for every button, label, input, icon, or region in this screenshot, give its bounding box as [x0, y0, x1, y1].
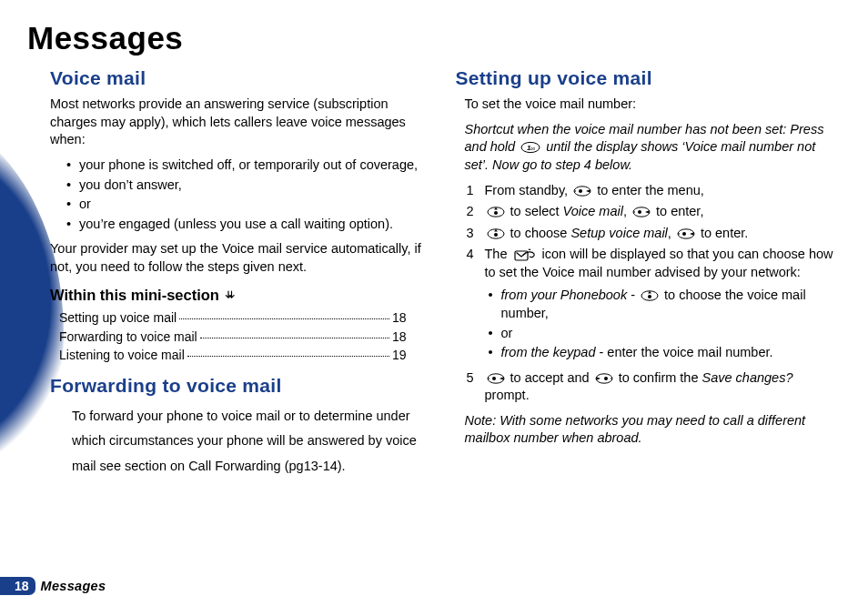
- setup-steps: From standby, to enter the menu, to sele…: [456, 182, 834, 405]
- heading-setup: Setting up voice mail: [456, 66, 834, 91]
- content-columns: Voice mail Most networks provide an answ…: [50, 66, 833, 550]
- step-item: From standby, to enter the menu,: [472, 182, 834, 200]
- nav-up-icon: [641, 290, 659, 301]
- toc-page: 18: [392, 328, 407, 346]
- nav-right-icon: [487, 373, 505, 384]
- toc-label: Setting up voice mail: [59, 309, 177, 327]
- toc-row: Setting up voice mail 18: [59, 309, 429, 327]
- list-item: you’re engaged (unless you use a call wa…: [66, 216, 429, 234]
- list-item: from your Phonebook - to choose the voic…: [489, 287, 834, 322]
- heading-forwarding: Forwarding to voice mail: [50, 373, 429, 399]
- footer-section-label: Messages: [41, 579, 106, 593]
- setup-shortcut: Shortcut when the voice mail number has …: [465, 121, 834, 175]
- key-1-icon: [520, 142, 540, 153]
- setup-note: Note: With some networks you may need to…: [465, 412, 834, 448]
- toc-page: 18: [392, 309, 407, 327]
- toc-page: 19: [392, 347, 407, 364]
- voice-mail-intro: Most networks provide an answering servi…: [50, 96, 429, 149]
- toc-row: Listening to voice mail 19: [59, 347, 429, 364]
- heading-voice-mail: Voice mail: [50, 66, 429, 91]
- list-item: • or: [66, 196, 429, 214]
- page-footer: 18 Messages: [0, 576, 106, 596]
- nav-up-icon: [487, 228, 505, 239]
- list-item: from the keypad - enter the voice mail n…: [489, 344, 834, 362]
- forwarding-body: To forward your phone to voice mail or t…: [72, 404, 429, 480]
- setup-intro: To set the voice mail number:: [465, 96, 834, 114]
- nav-right-icon: [677, 228, 695, 239]
- page-number-badge: 18: [0, 577, 35, 595]
- step-item: to select Voice mail, to enter,: [472, 203, 834, 221]
- mini-section-heading: Within this mini-section: [50, 285, 429, 305]
- list-item: your phone is switched off, or temporari…: [66, 157, 429, 175]
- list-item: you don’t answer,: [66, 177, 429, 195]
- right-column: Setting up voice mail To set the voice m…: [456, 66, 834, 550]
- nav-right-icon: [632, 207, 651, 217]
- toc-leader: [187, 356, 389, 357]
- left-column: Voice mail Most networks provide an answ…: [50, 66, 429, 550]
- toc-leader: [200, 338, 389, 338]
- voice-mail-conditions: your phone is switched off, or temporari…: [66, 157, 429, 233]
- toc-leader: [179, 318, 389, 319]
- nav-up-icon: [487, 207, 505, 217]
- voicemail-phone-icon: [514, 248, 536, 263]
- nav-left-icon: [595, 373, 613, 384]
- voice-mail-followup: Your provider may set up the Voice mail …: [50, 240, 429, 276]
- step-item: The icon will be displayed so that you c…: [472, 246, 834, 361]
- toc-label: Forwarding to voice mail: [59, 328, 197, 346]
- mini-section-toc: Setting up voice mail 18 Forwarding to v…: [59, 309, 429, 365]
- nav-right-icon: [573, 186, 591, 197]
- toc-row: Forwarding to voice mail 18: [59, 328, 429, 346]
- step-item: to accept and to confirm the Save change…: [472, 369, 834, 405]
- page-title: Messages: [27, 20, 183, 56]
- list-item: • or: [489, 325, 834, 343]
- toc-label: Listening to voice mail: [59, 347, 185, 364]
- step-item: to choose Setup voice mail, to enter.: [472, 225, 834, 243]
- double-down-arrow-icon: [225, 290, 236, 300]
